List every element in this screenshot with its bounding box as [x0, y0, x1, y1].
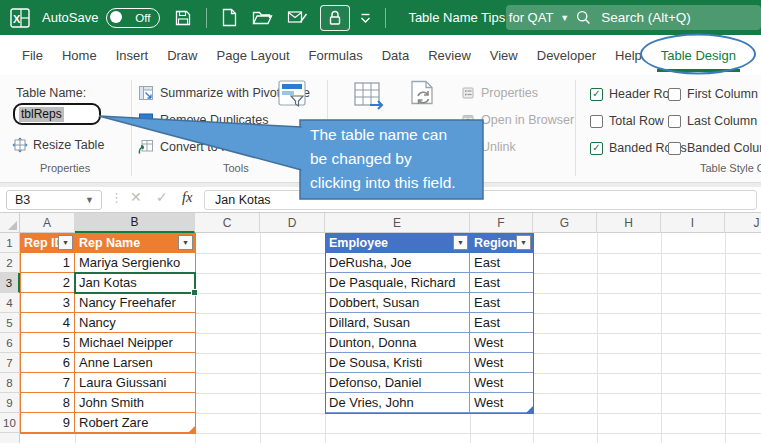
- style-option-first-column[interactable]: First Column: [668, 86, 758, 102]
- row-header-10[interactable]: 10: [0, 413, 20, 433]
- tab-page-layout[interactable]: Page Layout: [217, 48, 290, 63]
- employee-table-cell[interactable]: East: [470, 293, 533, 313]
- row-header-6[interactable]: 6: [0, 333, 20, 353]
- lock-button[interactable]: [320, 5, 350, 31]
- open-button[interactable]: [252, 9, 273, 26]
- filter-dropdown-icon[interactable]: ▼: [58, 235, 73, 250]
- rep-table-cell[interactable]: 9: [20, 413, 75, 433]
- column-header-D[interactable]: D: [260, 213, 325, 233]
- style-option-banded-columns[interactable]: Banded Columns: [668, 140, 761, 156]
- employee-table-cell[interactable]: East: [470, 273, 533, 293]
- checkbox-unchecked-icon[interactable]: [590, 115, 603, 128]
- export-button[interactable]: [352, 80, 388, 112]
- row-header-3[interactable]: 3: [0, 273, 20, 293]
- rep-table-cell[interactable]: Anne Larsen: [75, 353, 195, 373]
- employee-table-cell[interactable]: West: [470, 353, 533, 373]
- style-option-last-column[interactable]: Last Column: [668, 113, 757, 129]
- style-option-total-row[interactable]: Total Row: [590, 113, 664, 129]
- email-button[interactable]: [287, 10, 308, 26]
- employee-table-cell[interactable]: Dunton, Donna: [325, 333, 470, 353]
- select-all-corner[interactable]: [0, 213, 20, 233]
- enter-button[interactable]: ✓: [156, 189, 168, 205]
- employee-table-cell[interactable]: DeRusha, Joe: [325, 253, 470, 273]
- rep-table-cell[interactable]: 4: [20, 313, 75, 333]
- row-header-8[interactable]: 8: [0, 373, 20, 393]
- employee-table-cell[interactable]: Dillard, Susan: [325, 313, 470, 333]
- insert-function-button[interactable]: fx: [182, 189, 192, 206]
- column-header-A[interactable]: A: [20, 213, 75, 233]
- insert-slicer-button[interactable]: [276, 79, 308, 109]
- employee-table-cell[interactable]: Dobbert, Susan: [325, 293, 470, 313]
- row-header-11[interactable]: [0, 433, 20, 443]
- cancel-button[interactable]: ✕: [130, 189, 142, 205]
- style-option-header-row[interactable]: ✓Header Row: [590, 86, 678, 102]
- rep-table-cell[interactable]: Mariya Sergienko: [75, 253, 195, 273]
- column-header-J[interactable]: J: [725, 213, 761, 233]
- name-box[interactable]: B3 ▼: [6, 190, 102, 210]
- employee-table-cell[interactable]: East: [470, 313, 533, 333]
- rep-table-cell[interactable]: 2: [20, 273, 75, 293]
- rep-table-cell[interactable]: John Smith: [75, 393, 195, 413]
- tab-home[interactable]: Home: [62, 48, 97, 63]
- employee-table-cell[interactable]: De Sousa, Kristi: [325, 353, 470, 373]
- rep-table-header-cell[interactable]: Rep ID▼: [20, 233, 75, 253]
- resize-table-button[interactable]: Resize Table: [12, 137, 104, 153]
- checkbox-unchecked-icon[interactable]: [668, 115, 681, 128]
- employee-table-cell[interactable]: East: [470, 253, 533, 273]
- employee-table-cell[interactable]: West: [470, 373, 533, 393]
- checkbox-unchecked-icon[interactable]: [668, 142, 681, 155]
- save-button[interactable]: [174, 9, 192, 27]
- column-header-H[interactable]: H: [597, 213, 661, 233]
- filter-dropdown-icon[interactable]: ▼: [516, 235, 531, 250]
- column-header-I[interactable]: I: [661, 213, 725, 233]
- employee-table-cell[interactable]: West: [470, 333, 533, 353]
- rep-table-cell[interactable]: Robert Zare: [75, 413, 195, 433]
- employee-table-header-cell[interactable]: Region▼: [470, 233, 533, 253]
- employee-table-cell[interactable]: West: [470, 393, 533, 413]
- employee-table-cell[interactable]: De Vries, John: [325, 393, 470, 413]
- row-header-5[interactable]: 5: [0, 313, 20, 333]
- ribbon-button-remove-duplicates[interactable]: Remove Duplicates: [138, 111, 268, 129]
- ribbon-button-convert-to-range[interactable]: Convert to Range: [138, 138, 258, 156]
- rep-table-cell[interactable]: 1: [20, 253, 75, 273]
- filter-dropdown-icon[interactable]: ▼: [453, 235, 468, 250]
- column-header-E[interactable]: E: [325, 213, 470, 233]
- tab-insert[interactable]: Insert: [116, 48, 149, 63]
- row-header-4[interactable]: 4: [0, 293, 20, 313]
- checkbox-checked-icon[interactable]: ✓: [590, 142, 603, 155]
- filter-dropdown-icon[interactable]: ▼: [178, 235, 193, 250]
- column-header-F[interactable]: F: [470, 213, 533, 233]
- rep-table-cell[interactable]: 3: [20, 293, 75, 313]
- employee-table-cell[interactable]: De Pasquale, Richard: [325, 273, 470, 293]
- tab-table-design[interactable]: Table Design: [661, 48, 736, 63]
- employee-table-cell[interactable]: Defonso, Daniel: [325, 373, 470, 393]
- fill-handle[interactable]: [191, 289, 198, 296]
- rep-table-cell[interactable]: 6: [20, 353, 75, 373]
- row-header-2[interactable]: 2: [0, 253, 20, 273]
- rep-table-cell[interactable]: 7: [20, 373, 75, 393]
- table-name-input[interactable]: tblReps: [13, 103, 101, 125]
- rep-table-cell[interactable]: Jan Kotas: [75, 273, 195, 293]
- checkbox-unchecked-icon[interactable]: [668, 88, 681, 101]
- tab-review[interactable]: Review: [428, 48, 471, 63]
- new-file-button[interactable]: [221, 8, 238, 27]
- rep-table-resize-handle[interactable]: [188, 426, 195, 433]
- refresh-button[interactable]: [408, 80, 438, 112]
- search-box[interactable]: Search (Alt+Q): [506, 5, 761, 30]
- rep-table-cell[interactable]: Nancy: [75, 313, 195, 333]
- rep-table-cell[interactable]: Laura Giussani: [75, 373, 195, 393]
- rep-table-header-cell[interactable]: Rep Name▼: [75, 233, 195, 253]
- column-header-C[interactable]: C: [195, 213, 260, 233]
- employee-table-resize-handle[interactable]: [526, 406, 533, 413]
- column-header-B[interactable]: B: [75, 213, 195, 233]
- column-header-G[interactable]: G: [533, 213, 597, 233]
- rep-table-cell[interactable]: 5: [20, 333, 75, 353]
- tab-data[interactable]: Data: [382, 48, 409, 63]
- tab-formulas[interactable]: Formulas: [309, 48, 363, 63]
- row-header-7[interactable]: 7: [0, 353, 20, 373]
- autosave-toggle[interactable]: Off: [106, 8, 160, 28]
- row-header-9[interactable]: 9: [0, 393, 20, 413]
- tab-file[interactable]: File: [22, 48, 43, 63]
- formula-input[interactable]: Jan Kotas: [204, 190, 757, 210]
- tab-view[interactable]: View: [490, 48, 518, 63]
